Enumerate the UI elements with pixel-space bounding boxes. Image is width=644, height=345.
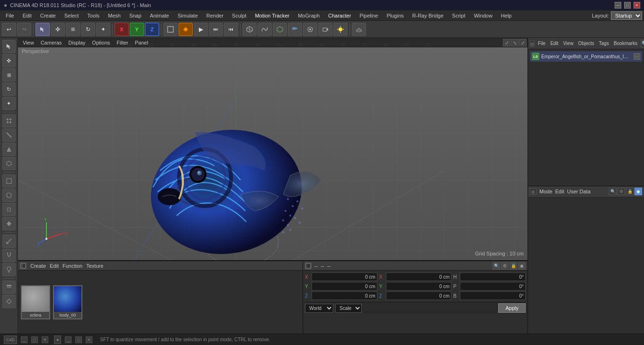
- deformer-button[interactable]: [288, 23, 302, 36]
- move-tool-button[interactable]: ✜: [51, 23, 65, 36]
- menu-plugins[interactable]: Plugins: [383, 12, 407, 19]
- vp-menu-cameras[interactable]: Cameras: [38, 39, 65, 46]
- keyframe-button[interactable]: [179, 23, 193, 36]
- y-axis-button[interactable]: Y: [130, 23, 144, 36]
- attr-record-icon[interactable]: ◉: [635, 188, 642, 195]
- taskbar-minimize-btn[interactable]: _: [21, 336, 27, 343]
- vp-menu-filter[interactable]: Filter: [114, 39, 131, 46]
- menu-help[interactable]: Help: [497, 12, 516, 19]
- vp-menu-panel[interactable]: Panel: [132, 39, 151, 46]
- lp-move[interactable]: ✜: [2, 54, 16, 67]
- select-tool-button[interactable]: [36, 23, 50, 36]
- attr-config-icon[interactable]: ⚙: [617, 188, 625, 195]
- pos-x-value[interactable]: 0 cm: [312, 272, 377, 281]
- vp-menu-options[interactable]: Options: [89, 39, 113, 46]
- menu-character[interactable]: Character: [324, 12, 355, 19]
- rot-b-value[interactable]: 0°: [460, 291, 526, 300]
- viewport-resize-icon[interactable]: ⤡: [511, 39, 519, 46]
- scene-button[interactable]: [303, 23, 317, 36]
- viewport[interactable]: View Cameras Display Options Filter Pane…: [18, 38, 528, 260]
- lp-tool3[interactable]: ⊡: [2, 203, 16, 216]
- lp-tool1[interactable]: [2, 174, 16, 188]
- menu-window[interactable]: Window: [470, 12, 496, 19]
- vp-menu-display[interactable]: Display: [65, 39, 88, 46]
- menu-script[interactable]: Script: [448, 12, 469, 19]
- attr-menu-mode[interactable]: Mode: [539, 189, 553, 194]
- undo-button[interactable]: ↩: [2, 23, 16, 36]
- attr-menu-edit[interactable]: Edit: [555, 189, 564, 194]
- mat-menu-function[interactable]: Function: [63, 263, 82, 269]
- lp-points[interactable]: [2, 114, 16, 127]
- attr-search-icon-btn[interactable]: 🔍: [492, 262, 500, 270]
- lp-select[interactable]: [2, 40, 16, 53]
- world-dropdown[interactable]: World Local Parent: [305, 304, 333, 313]
- obj-menu-bookmarks[interactable]: Bookmarks: [612, 40, 639, 46]
- obj-search-btn[interactable]: 🔍: [641, 40, 644, 47]
- rot-h-value[interactable]: 0°: [460, 272, 526, 281]
- taskbar-close-btn[interactable]: ✕: [42, 336, 48, 343]
- lp-layers[interactable]: [2, 281, 16, 294]
- obj-menu-view[interactable]: View: [562, 40, 575, 46]
- object-mode-button[interactable]: [163, 23, 178, 36]
- menu-vray[interactable]: R-Ray Bridge: [409, 12, 447, 19]
- lp-transform[interactable]: ✦: [2, 97, 16, 110]
- attr-lock-icon[interactable]: 🔒: [626, 188, 634, 195]
- pos-y-value[interactable]: 0 cm: [312, 282, 377, 291]
- size-z-value[interactable]: 0 cm: [386, 291, 452, 300]
- object-angelfish[interactable]: L0 Emperor_Angelfish_or_Pomacanthus_Impe…: [530, 51, 642, 62]
- x-axis-button[interactable]: X: [115, 23, 129, 36]
- rotate-tool-button[interactable]: ↻: [81, 23, 95, 36]
- play-forward-button[interactable]: ▶: [194, 23, 208, 36]
- menu-edit[interactable]: Edit: [19, 12, 36, 19]
- size-x-value[interactable]: 0 cm: [386, 272, 452, 281]
- menu-pipeline[interactable]: Pipeline: [356, 12, 382, 19]
- lp-magnet[interactable]: [2, 249, 16, 262]
- taskbar-win2-close[interactable]: ✕: [86, 336, 92, 343]
- taskbar-win2-min[interactable]: _: [65, 336, 72, 343]
- mat-menu-texture[interactable]: Texture: [86, 263, 103, 269]
- cube-button[interactable]: [242, 23, 257, 36]
- menu-render[interactable]: Render: [203, 12, 227, 19]
- vp-menu-view[interactable]: View: [20, 39, 37, 46]
- lp-tool2[interactable]: [2, 189, 16, 202]
- menu-sculpt[interactable]: Sculpt: [228, 12, 250, 19]
- scale-tool-button[interactable]: ⊞: [66, 23, 80, 36]
- lp-tool4[interactable]: [2, 217, 16, 230]
- menu-animate[interactable]: Animate: [146, 12, 173, 19]
- redo-button[interactable]: ↪: [17, 23, 31, 36]
- obj-menu-tags[interactable]: Tags: [598, 40, 610, 46]
- mat-menu-edit[interactable]: Edit: [50, 263, 59, 269]
- menu-tools[interactable]: Tools: [83, 12, 103, 19]
- menu-snap[interactable]: Snap: [125, 12, 145, 19]
- obj-item-visibility[interactable]: ⋯: [634, 53, 640, 60]
- lp-scale[interactable]: ⊞: [2, 68, 16, 82]
- menu-motion-tracker[interactable]: Motion Tracker: [251, 12, 293, 19]
- lp-polys[interactable]: [2, 143, 16, 156]
- material-sclera[interactable]: sclera: [21, 285, 50, 319]
- menu-mesh[interactable]: Mesh: [104, 12, 125, 19]
- mat-menu-create[interactable]: Create: [30, 263, 46, 269]
- pos-z-value[interactable]: 0 cm: [312, 291, 377, 300]
- attr-menu-edit[interactable]: --: [321, 263, 324, 269]
- apply-button[interactable]: Apply: [498, 303, 526, 313]
- lp-tags[interactable]: [2, 295, 16, 308]
- size-y-value[interactable]: 0 cm: [386, 282, 452, 291]
- material-body[interactable]: body_00: [53, 285, 82, 319]
- menu-create[interactable]: Create: [36, 12, 60, 19]
- attr-menu-user-data[interactable]: User Data: [567, 189, 591, 194]
- z-axis-button[interactable]: Z: [145, 23, 159, 36]
- lp-object[interactable]: [2, 157, 16, 170]
- nurbs-button[interactable]: [273, 23, 287, 36]
- spline-button[interactable]: [258, 23, 272, 36]
- step-back-button[interactable]: ⏮: [224, 23, 238, 36]
- lp-brush[interactable]: [2, 263, 16, 276]
- attr-menu-mode[interactable]: --: [314, 263, 318, 269]
- menu-mograph[interactable]: MoGraph: [294, 12, 323, 19]
- close-button[interactable]: ✕: [634, 2, 640, 9]
- taskbar-restore-btn[interactable]: □: [31, 336, 38, 343]
- menu-file[interactable]: File: [2, 12, 18, 19]
- attr-record-icon-btn[interactable]: ◉: [518, 262, 526, 270]
- attr-search-icon[interactable]: 🔍: [609, 188, 617, 195]
- lp-edges[interactable]: [2, 128, 16, 142]
- lp-rotate[interactable]: ↻: [2, 82, 16, 96]
